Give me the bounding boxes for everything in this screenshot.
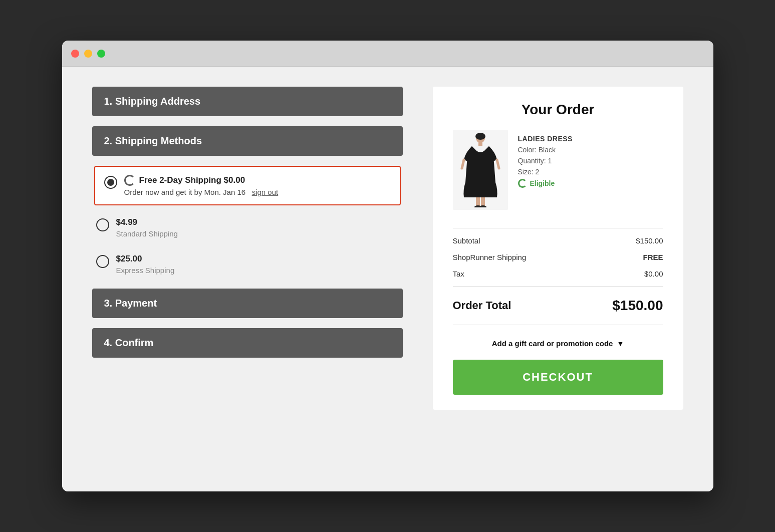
option-title-free2day: Free 2-Day Shipping $0.00 bbox=[124, 175, 279, 186]
shipping-methods-header[interactable]: 2. Shipping Methods bbox=[92, 126, 403, 156]
main-content: 1. Shipping Address 2. Shipping Methods bbox=[62, 67, 713, 491]
shipping-address-header[interactable]: 1. Shipping Address bbox=[92, 87, 403, 116]
option-subtitle-free2day: Order now and get it by Mon. Jan 16 sign… bbox=[124, 188, 279, 196]
product-details: LADIES DRESS Color: Black Quantity: 1 Si… bbox=[518, 130, 573, 210]
titlebar bbox=[62, 41, 713, 67]
svg-point-8 bbox=[479, 205, 486, 207]
checkout-button[interactable]: CHECKOUT bbox=[453, 360, 663, 395]
subtotal-label: Subtotal bbox=[453, 236, 480, 245]
order-title: Your Order bbox=[453, 102, 663, 118]
svg-line-3 bbox=[462, 160, 464, 168]
subtotal-value: $150.00 bbox=[636, 236, 663, 245]
promo-label: Add a gift card or promotion code bbox=[492, 339, 613, 348]
product-image bbox=[453, 130, 508, 210]
divider-3 bbox=[453, 325, 663, 325]
shipping-option-free2day[interactable]: Free 2-Day Shipping $0.00 Order now and … bbox=[94, 166, 401, 205]
app-window: 1. Shipping Address 2. Shipping Methods bbox=[62, 41, 713, 491]
radio-inner-free2day bbox=[107, 179, 114, 186]
payment-header[interactable]: 3. Payment bbox=[92, 289, 403, 318]
order-total-value: $150.00 bbox=[612, 298, 663, 314]
product-name: LADIES DRESS bbox=[518, 135, 573, 143]
shipping-methods-section: 2. Shipping Methods Free 2-Day Shipping … bbox=[92, 126, 403, 279]
product-quantity: Quantity: 1 bbox=[518, 157, 573, 165]
order-summary: Your Order bbox=[433, 87, 683, 410]
promo-section[interactable]: Add a gift card or promotion code ▼ bbox=[453, 329, 663, 360]
svg-line-4 bbox=[497, 160, 499, 168]
left-column: 1. Shipping Address 2. Shipping Methods bbox=[92, 87, 403, 471]
promo-arrow-icon: ▼ bbox=[617, 340, 624, 348]
shipping-row: ShopRunner Shipping FREE bbox=[453, 249, 663, 265]
svg-rect-5 bbox=[476, 197, 480, 206]
tax-row: Tax $0.00 bbox=[453, 265, 663, 282]
option-text-free2day: Free 2-Day Shipping $0.00 Order now and … bbox=[124, 175, 279, 196]
option-text-express: $25.00 Express Shipping bbox=[116, 254, 175, 275]
minimize-button[interactable] bbox=[84, 50, 92, 58]
tax-label: Tax bbox=[453, 270, 464, 278]
close-button[interactable] bbox=[71, 50, 79, 58]
dress-svg bbox=[458, 132, 503, 207]
confirm-header[interactable]: 4. Confirm bbox=[92, 328, 403, 358]
radio-standard[interactable] bbox=[96, 218, 109, 231]
eligible-shoprunner-icon bbox=[518, 179, 527, 188]
radio-express[interactable] bbox=[96, 255, 109, 268]
shipping-value: FREE bbox=[643, 253, 663, 261]
product-eligible: Eligible bbox=[518, 179, 573, 188]
svg-rect-2 bbox=[478, 142, 482, 146]
order-product: LADIES DRESS Color: Black Quantity: 1 Si… bbox=[453, 130, 663, 210]
divider-1 bbox=[453, 228, 663, 228]
shipping-label: ShopRunner Shipping bbox=[453, 253, 527, 261]
option-text-standard: $4.99 Standard Shipping bbox=[116, 217, 178, 238]
sign-out-link[interactable]: sign out bbox=[252, 188, 279, 196]
divider-2 bbox=[453, 286, 663, 287]
order-total-label: Order Total bbox=[453, 299, 511, 312]
radio-free2day[interactable] bbox=[104, 176, 117, 189]
svg-rect-6 bbox=[481, 197, 485, 206]
shipping-options-list: Free 2-Day Shipping $0.00 Order now and … bbox=[92, 166, 403, 279]
product-size: Size: 2 bbox=[518, 168, 573, 176]
svg-point-1 bbox=[475, 133, 485, 140]
order-total-row: Order Total $150.00 bbox=[453, 291, 663, 321]
shipping-option-express[interactable]: $25.00 Express Shipping bbox=[94, 250, 401, 279]
shipping-option-standard[interactable]: $4.99 Standard Shipping bbox=[94, 213, 401, 242]
shoprunner-icon-free2day bbox=[124, 175, 135, 186]
tax-value: $0.00 bbox=[644, 270, 663, 278]
subtotal-row: Subtotal $150.00 bbox=[453, 232, 663, 249]
product-color: Color: Black bbox=[518, 146, 573, 154]
maximize-button[interactable] bbox=[97, 50, 105, 58]
